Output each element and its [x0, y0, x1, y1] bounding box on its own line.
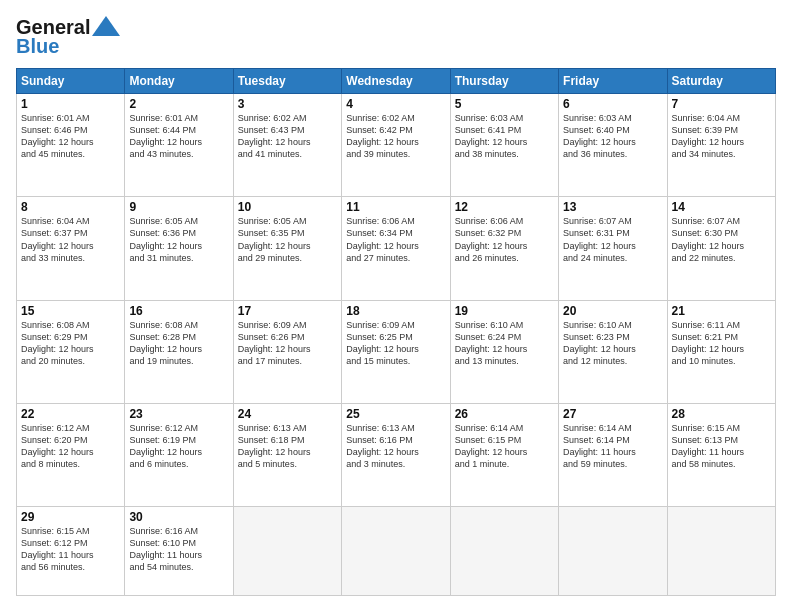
- day-number: 19: [455, 304, 554, 318]
- dow-header-thursday: Thursday: [450, 69, 558, 94]
- cell-text: Sunrise: 6:06 AM Sunset: 6:34 PM Dayligh…: [346, 215, 445, 264]
- calendar-cell: 28Sunrise: 6:15 AM Sunset: 6:13 PM Dayli…: [667, 403, 775, 506]
- cell-text: Sunrise: 6:07 AM Sunset: 6:30 PM Dayligh…: [672, 215, 771, 264]
- cell-text: Sunrise: 6:13 AM Sunset: 6:18 PM Dayligh…: [238, 422, 337, 471]
- day-number: 8: [21, 200, 120, 214]
- day-number: 4: [346, 97, 445, 111]
- day-number: 11: [346, 200, 445, 214]
- day-number: 2: [129, 97, 228, 111]
- cell-text: Sunrise: 6:12 AM Sunset: 6:20 PM Dayligh…: [21, 422, 120, 471]
- cell-text: Sunrise: 6:04 AM Sunset: 6:37 PM Dayligh…: [21, 215, 120, 264]
- calendar-cell: 30Sunrise: 6:16 AM Sunset: 6:10 PM Dayli…: [125, 507, 233, 596]
- dow-header-saturday: Saturday: [667, 69, 775, 94]
- calendar-cell: 23Sunrise: 6:12 AM Sunset: 6:19 PM Dayli…: [125, 403, 233, 506]
- cell-text: Sunrise: 6:03 AM Sunset: 6:41 PM Dayligh…: [455, 112, 554, 161]
- week-row-3: 15Sunrise: 6:08 AM Sunset: 6:29 PM Dayli…: [17, 300, 776, 403]
- week-row-2: 8Sunrise: 6:04 AM Sunset: 6:37 PM Daylig…: [17, 197, 776, 300]
- calendar-cell: 21Sunrise: 6:11 AM Sunset: 6:21 PM Dayli…: [667, 300, 775, 403]
- logo: General Blue: [16, 16, 120, 58]
- calendar-cell: 16Sunrise: 6:08 AM Sunset: 6:28 PM Dayli…: [125, 300, 233, 403]
- day-number: 12: [455, 200, 554, 214]
- dow-header-sunday: Sunday: [17, 69, 125, 94]
- calendar-cell: [667, 507, 775, 596]
- cell-text: Sunrise: 6:04 AM Sunset: 6:39 PM Dayligh…: [672, 112, 771, 161]
- day-number: 14: [672, 200, 771, 214]
- calendar-cell: 26Sunrise: 6:14 AM Sunset: 6:15 PM Dayli…: [450, 403, 558, 506]
- cell-text: Sunrise: 6:01 AM Sunset: 6:46 PM Dayligh…: [21, 112, 120, 161]
- cell-text: Sunrise: 6:08 AM Sunset: 6:28 PM Dayligh…: [129, 319, 228, 368]
- week-row-4: 22Sunrise: 6:12 AM Sunset: 6:20 PM Dayli…: [17, 403, 776, 506]
- day-number: 17: [238, 304, 337, 318]
- cell-text: Sunrise: 6:14 AM Sunset: 6:14 PM Dayligh…: [563, 422, 662, 471]
- calendar-cell: 5Sunrise: 6:03 AM Sunset: 6:41 PM Daylig…: [450, 94, 558, 197]
- day-number: 21: [672, 304, 771, 318]
- cell-text: Sunrise: 6:08 AM Sunset: 6:29 PM Dayligh…: [21, 319, 120, 368]
- dow-header-friday: Friday: [559, 69, 667, 94]
- calendar-cell: 9Sunrise: 6:05 AM Sunset: 6:36 PM Daylig…: [125, 197, 233, 300]
- cell-text: Sunrise: 6:03 AM Sunset: 6:40 PM Dayligh…: [563, 112, 662, 161]
- day-number: 16: [129, 304, 228, 318]
- calendar-cell: [342, 507, 450, 596]
- calendar-cell: [233, 507, 341, 596]
- calendar-cell: 4Sunrise: 6:02 AM Sunset: 6:42 PM Daylig…: [342, 94, 450, 197]
- cell-text: Sunrise: 6:11 AM Sunset: 6:21 PM Dayligh…: [672, 319, 771, 368]
- cell-text: Sunrise: 6:15 AM Sunset: 6:12 PM Dayligh…: [21, 525, 120, 574]
- week-row-1: 1Sunrise: 6:01 AM Sunset: 6:46 PM Daylig…: [17, 94, 776, 197]
- dow-header-tuesday: Tuesday: [233, 69, 341, 94]
- dow-header-monday: Monday: [125, 69, 233, 94]
- calendar-table: SundayMondayTuesdayWednesdayThursdayFrid…: [16, 68, 776, 596]
- calendar-cell: 19Sunrise: 6:10 AM Sunset: 6:24 PM Dayli…: [450, 300, 558, 403]
- calendar-cell: 18Sunrise: 6:09 AM Sunset: 6:25 PM Dayli…: [342, 300, 450, 403]
- page: General Blue SundayMondayTuesdayWednesda…: [0, 0, 792, 612]
- day-number: 22: [21, 407, 120, 421]
- svg-marker-0: [92, 16, 120, 36]
- cell-text: Sunrise: 6:07 AM Sunset: 6:31 PM Dayligh…: [563, 215, 662, 264]
- calendar-cell: 13Sunrise: 6:07 AM Sunset: 6:31 PM Dayli…: [559, 197, 667, 300]
- cell-text: Sunrise: 6:13 AM Sunset: 6:16 PM Dayligh…: [346, 422, 445, 471]
- calendar-cell: 22Sunrise: 6:12 AM Sunset: 6:20 PM Dayli…: [17, 403, 125, 506]
- calendar-cell: 14Sunrise: 6:07 AM Sunset: 6:30 PM Dayli…: [667, 197, 775, 300]
- day-number: 15: [21, 304, 120, 318]
- day-number: 30: [129, 510, 228, 524]
- cell-text: Sunrise: 6:02 AM Sunset: 6:43 PM Dayligh…: [238, 112, 337, 161]
- dow-header-wednesday: Wednesday: [342, 69, 450, 94]
- cell-text: Sunrise: 6:15 AM Sunset: 6:13 PM Dayligh…: [672, 422, 771, 471]
- calendar-cell: 1Sunrise: 6:01 AM Sunset: 6:46 PM Daylig…: [17, 94, 125, 197]
- calendar-cell: 7Sunrise: 6:04 AM Sunset: 6:39 PM Daylig…: [667, 94, 775, 197]
- cell-text: Sunrise: 6:01 AM Sunset: 6:44 PM Dayligh…: [129, 112, 228, 161]
- day-number: 10: [238, 200, 337, 214]
- day-number: 18: [346, 304, 445, 318]
- calendar-cell: 10Sunrise: 6:05 AM Sunset: 6:35 PM Dayli…: [233, 197, 341, 300]
- cell-text: Sunrise: 6:06 AM Sunset: 6:32 PM Dayligh…: [455, 215, 554, 264]
- calendar-cell: 11Sunrise: 6:06 AM Sunset: 6:34 PM Dayli…: [342, 197, 450, 300]
- day-number: 26: [455, 407, 554, 421]
- week-row-5: 29Sunrise: 6:15 AM Sunset: 6:12 PM Dayli…: [17, 507, 776, 596]
- calendar-cell: 17Sunrise: 6:09 AM Sunset: 6:26 PM Dayli…: [233, 300, 341, 403]
- day-number: 13: [563, 200, 662, 214]
- day-number: 25: [346, 407, 445, 421]
- calendar-cell: 6Sunrise: 6:03 AM Sunset: 6:40 PM Daylig…: [559, 94, 667, 197]
- calendar-cell: 12Sunrise: 6:06 AM Sunset: 6:32 PM Dayli…: [450, 197, 558, 300]
- day-number: 7: [672, 97, 771, 111]
- cell-text: Sunrise: 6:05 AM Sunset: 6:36 PM Dayligh…: [129, 215, 228, 264]
- cell-text: Sunrise: 6:02 AM Sunset: 6:42 PM Dayligh…: [346, 112, 445, 161]
- calendar-body: 1Sunrise: 6:01 AM Sunset: 6:46 PM Daylig…: [17, 94, 776, 596]
- calendar-cell: 20Sunrise: 6:10 AM Sunset: 6:23 PM Dayli…: [559, 300, 667, 403]
- calendar-cell: 15Sunrise: 6:08 AM Sunset: 6:29 PM Dayli…: [17, 300, 125, 403]
- day-number: 28: [672, 407, 771, 421]
- days-of-week-row: SundayMondayTuesdayWednesdayThursdayFrid…: [17, 69, 776, 94]
- day-number: 23: [129, 407, 228, 421]
- day-number: 1: [21, 97, 120, 111]
- cell-text: Sunrise: 6:09 AM Sunset: 6:26 PM Dayligh…: [238, 319, 337, 368]
- calendar-cell: 3Sunrise: 6:02 AM Sunset: 6:43 PM Daylig…: [233, 94, 341, 197]
- day-number: 6: [563, 97, 662, 111]
- calendar-cell: 25Sunrise: 6:13 AM Sunset: 6:16 PM Dayli…: [342, 403, 450, 506]
- logo-arrow-icon: [92, 16, 120, 36]
- cell-text: Sunrise: 6:14 AM Sunset: 6:15 PM Dayligh…: [455, 422, 554, 471]
- cell-text: Sunrise: 6:16 AM Sunset: 6:10 PM Dayligh…: [129, 525, 228, 574]
- day-number: 20: [563, 304, 662, 318]
- day-number: 29: [21, 510, 120, 524]
- day-number: 3: [238, 97, 337, 111]
- logo-blue: Blue: [16, 35, 59, 58]
- calendar-cell: 29Sunrise: 6:15 AM Sunset: 6:12 PM Dayli…: [17, 507, 125, 596]
